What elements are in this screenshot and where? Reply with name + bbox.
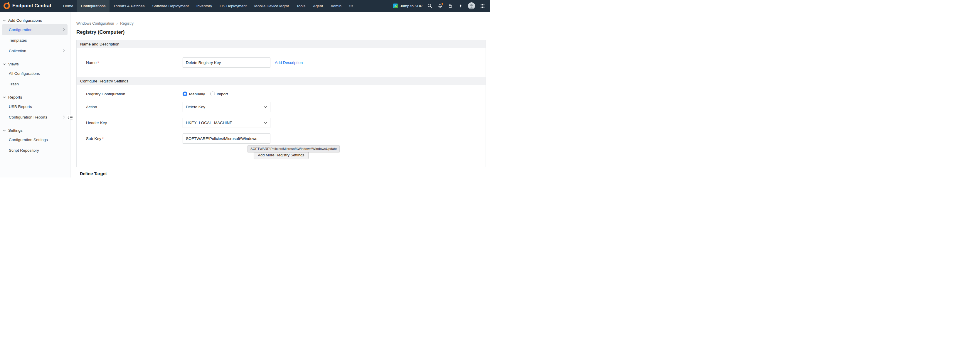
sub-key-input[interactable] — [183, 133, 270, 144]
registry-configuration-row: Registry Configuration Manually Import — [76, 92, 485, 96]
sidebar-item-label: Configuration Settings — [9, 138, 48, 142]
sub-key-label: Sub-Key* — [86, 136, 183, 141]
header-key-select-value: HKEY_LOCAL_MACHINE — [186, 120, 232, 125]
registry-configuration-label: Registry Configuration — [86, 92, 183, 96]
brand[interactable]: Endpoint Central — [3, 3, 51, 9]
chevron-down-icon — [264, 106, 267, 108]
sidebar-section-add-configurations: Add Configurations Configuration Templat… — [0, 16, 70, 56]
sidebar-section-title: Reports — [8, 95, 22, 100]
sidebar-section-title: Views — [8, 62, 19, 66]
action-label: Action — [86, 105, 183, 109]
name-input[interactable] — [183, 57, 270, 68]
header-key-label: Header Key — [86, 120, 183, 125]
radio-import-label: Import — [217, 92, 228, 96]
nav-item-home[interactable]: Home — [59, 0, 77, 12]
sdp-icon: S — [393, 3, 398, 8]
section-header-name-description: Name and Description — [76, 40, 485, 48]
sidebar-item-label: Trash — [9, 82, 19, 86]
required-asterisk: * — [102, 136, 103, 141]
notification-badge — [441, 2, 444, 5]
sidebar-item-configuration[interactable]: Configuration — [2, 24, 67, 35]
radio-manually-control[interactable] — [183, 92, 187, 96]
sidebar-item-templates[interactable]: Templates — [2, 35, 67, 46]
sidebar-item-label: Configuration Reports — [9, 115, 47, 119]
user-avatar[interactable] — [468, 2, 475, 10]
sidebar-item-label: All Configurations — [9, 71, 40, 76]
sidebar-section-header-views[interactable]: Views — [0, 60, 70, 68]
nav-item-inventory[interactable]: Inventory — [192, 0, 216, 12]
breadcrumb-registry: Registry — [120, 21, 134, 25]
radio-import-control[interactable] — [210, 92, 215, 96]
radio-manually-label: Manually — [189, 92, 205, 96]
nav-item-agent[interactable]: Agent — [309, 0, 327, 12]
sidebar-item-label: USB Reports — [9, 105, 32, 109]
nav-item-tools[interactable]: Tools — [293, 0, 309, 12]
sidebar-section-header-settings[interactable]: Settings — [0, 127, 70, 135]
brand-title: Endpoint Central — [12, 3, 51, 8]
notification-bell-icon[interactable] — [437, 3, 443, 9]
nav-item-configurations[interactable]: Configurations — [77, 0, 110, 12]
search-icon[interactable] — [427, 3, 433, 9]
jump-to-sdp-label: Jump to SDP — [400, 4, 423, 8]
chevron-right-icon — [63, 28, 65, 31]
sidebar-section-header-add-configurations[interactable]: Add Configurations — [0, 16, 70, 24]
required-asterisk: * — [97, 60, 99, 65]
breadcrumb-chevron-icon: › — [116, 21, 118, 26]
radio-import[interactable]: Import — [210, 92, 228, 96]
sidebar-item-usb-reports[interactable]: USB Reports — [2, 101, 67, 112]
sidebar-section-title: Settings — [8, 128, 22, 133]
top-nav: Home Configurations Threats & Patches So… — [59, 0, 357, 12]
name-row: Name* Add Description — [76, 57, 485, 68]
nav-item-software-deployment[interactable]: Software Deployment — [148, 0, 192, 12]
sidebar-section-reports: Reports USB Reports Configuration Report… — [0, 93, 70, 122]
section-header-define-target: Define Target — [76, 171, 486, 176]
topbar: Endpoint Central Home Configurations Thr… — [0, 0, 490, 12]
action-select[interactable]: Delete Key — [183, 102, 270, 112]
sidebar: Add Configurations Configuration Templat… — [0, 12, 70, 178]
sidebar-item-label: Script Repository — [9, 148, 39, 152]
sidebar-item-script-repository[interactable]: Script Repository — [2, 145, 67, 155]
nav-item-os-deployment[interactable]: OS Deployment — [216, 0, 250, 12]
sidebar-item-configuration-settings[interactable]: Configuration Settings — [2, 135, 67, 145]
app-body: Add Configurations Configuration Templat… — [0, 12, 490, 178]
sub-key-row: Sub-Key* SOFTWARE\Policies\Microsoft\Win… — [76, 133, 485, 144]
apps-grid-icon[interactable] — [479, 3, 485, 9]
registry-configuration-radio-group: Manually Import — [183, 92, 228, 96]
radio-manually[interactable]: Manually — [183, 92, 205, 96]
sidebar-collapse-icon[interactable] — [67, 115, 73, 120]
action-select-value: Delete Key — [186, 105, 205, 109]
jump-to-sdp-button[interactable]: S Jump to SDP — [393, 3, 423, 8]
sidebar-item-collection[interactable]: Collection — [2, 46, 67, 56]
chevron-right-icon — [63, 49, 65, 52]
nav-item-mobile-device-mgmt[interactable]: Mobile Device Mgmt — [250, 0, 293, 12]
sidebar-item-label: Configuration — [9, 28, 32, 32]
sidebar-item-trash[interactable]: Trash — [2, 79, 67, 89]
header-key-select[interactable]: HKEY_LOCAL_MACHINE — [183, 118, 270, 128]
sidebar-item-configuration-reports[interactable]: Configuration Reports — [2, 112, 67, 122]
sidebar-section-settings: Settings Configuration Settings Script R… — [0, 127, 70, 155]
add-description-link[interactable]: Add Description — [275, 60, 303, 65]
breadcrumb: Windows Configuration › Registry — [76, 21, 486, 26]
nav-item-threats-patches[interactable]: Threats & Patches — [110, 0, 148, 12]
page: Endpoint Central Home Configurations Thr… — [0, 0, 490, 178]
config-form-panel: Name and Description Name* Add Descripti… — [76, 40, 486, 166]
chevron-down-icon — [3, 63, 6, 65]
lock-icon[interactable] — [447, 3, 453, 9]
nav-item-more-ellipsis[interactable]: ••• — [345, 0, 357, 12]
chevron-down-icon — [264, 122, 267, 124]
flash-icon[interactable] — [458, 3, 464, 9]
chevron-right-icon — [63, 116, 65, 119]
sidebar-item-label: Collection — [9, 49, 26, 53]
nav-item-admin[interactable]: Admin — [327, 0, 345, 12]
section-header-configure-registry-settings: Configure Registry Settings — [76, 77, 485, 85]
chevron-down-icon — [3, 97, 6, 98]
sidebar-section-header-reports[interactable]: Reports — [0, 93, 70, 101]
breadcrumb-windows-configuration[interactable]: Windows Configuration — [76, 21, 114, 25]
sidebar-item-label: Templates — [9, 38, 27, 43]
sidebar-item-all-configurations[interactable]: All Configurations — [2, 68, 67, 79]
chevron-down-icon — [3, 130, 6, 132]
header-key-row: Header Key HKEY_LOCAL_MACHINE — [76, 118, 485, 128]
action-row: Action Delete Key — [76, 102, 485, 112]
sidebar-section-title: Add Configurations — [8, 18, 42, 22]
page-title: Registry (Computer) — [76, 29, 486, 35]
